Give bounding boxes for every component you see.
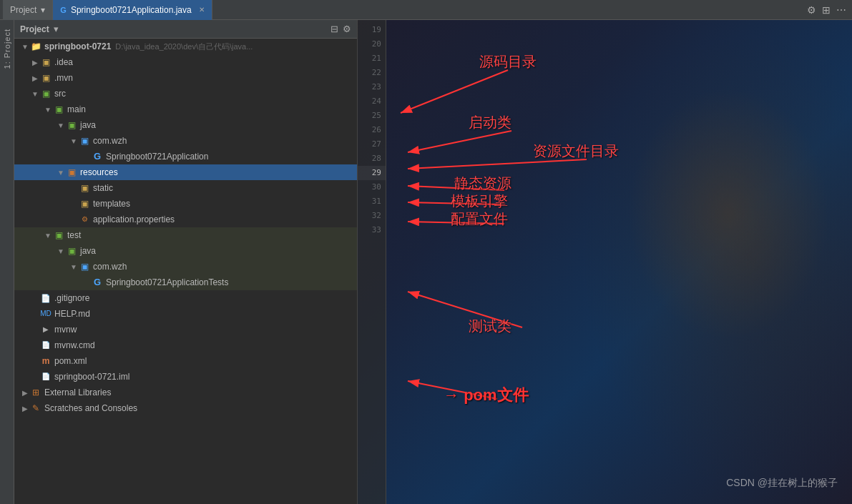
testcomwzh-folder-icon: ▣ [79, 261, 90, 272]
idea-folder-icon: ▣ [40, 56, 52, 68]
tree-root-item[interactable]: ▼ 📁 springboot-0721 D:\java_idea_2020\de… [14, 39, 357, 54]
line-33: 33 [358, 223, 386, 237]
annotation-source-dir: 源码目录 [479, 52, 537, 71]
scratches-arrow-icon: ▶ [20, 405, 30, 412]
static-label: static [93, 183, 113, 193]
svg-line-1 [401, 70, 508, 113]
tab-close-icon[interactable]: ✕ [199, 6, 205, 14]
tree-item-test[interactable]: ▼ ▣ test [14, 227, 357, 243]
resources-label: resources [80, 167, 118, 177]
tree-item-extlibs[interactable]: ▶ ⊞ External Libraries [14, 385, 357, 400]
collapse-icon[interactable]: ⊟ [330, 24, 338, 34]
project-tab[interactable]: Project ▾ [3, 0, 53, 20]
tree-item-helpmd[interactable]: MD HELP.md [14, 306, 357, 322]
tree-item-iml[interactable]: 📄 springboot-0721.iml [14, 369, 357, 385]
root-path: D:\java_idea_2020\dev\自己代码\java... [115, 41, 253, 52]
annotation-pom-file: → pom文件 [444, 385, 529, 406]
tree-item-testcomwzh[interactable]: ▼ ▣ com.wzh [14, 259, 357, 275]
more-icon[interactable]: ⋯ [836, 4, 846, 16]
settings-icon[interactable]: ⚙ [807, 4, 816, 16]
helpmd-label: HELP.md [54, 309, 90, 319]
line-31: 31 [358, 194, 386, 209]
mvn-folder-icon: ▣ [40, 72, 52, 84]
right-area: 19 20 21 22 23 24 25 26 27 28 29 30 31 3… [358, 20, 852, 504]
idea-arrow-icon: ▶ [30, 59, 40, 66]
tree-item-src[interactable]: ▼ ▣ src [14, 86, 357, 102]
mvnw-label: mvnw [54, 325, 77, 335]
tree-item-apptests[interactable]: G Springboot0721ApplicationTests [14, 275, 357, 290]
line-26: 26 [358, 123, 386, 137]
tab-bar-actions: ⚙ ⊞ ⋯ [807, 4, 852, 16]
tree-item-static[interactable]: ▣ static [14, 180, 357, 196]
tree-item-pomxml[interactable]: m pom.xml [14, 353, 357, 369]
mvnwcmd-file-icon: 📄 [40, 340, 52, 351]
file-tab[interactable]: G Springboot0721Application.java ✕ [53, 0, 212, 20]
line-numbers: 19 20 21 22 23 24 25 26 27 28 29 30 31 3… [358, 20, 386, 504]
mvn-label: .mvn [54, 73, 73, 83]
comwzh-folder-icon: ▣ [79, 135, 90, 147]
test-arrow-icon: ▼ [43, 232, 53, 239]
test-label: test [67, 230, 81, 240]
line-19: 19 [358, 23, 386, 37]
mvnw-file-icon: ▶ [40, 324, 52, 335]
annotation-template-engine: 模板引擎 [451, 192, 508, 211]
src-folder-icon: ▣ [40, 88, 52, 99]
scratches-icon: ✎ [30, 402, 41, 414]
main-folder-icon: ▣ [53, 104, 64, 115]
line-22: 22 [358, 66, 386, 80]
testcomwzh-arrow-icon: ▼ [69, 263, 79, 271]
comwzh-label: com.wzh [93, 136, 127, 146]
java-label: java [80, 120, 96, 130]
app-label: Springboot0721Application [106, 152, 208, 162]
testjava-label: java [80, 246, 96, 256]
scratches-label: Scratches and Consoles [44, 403, 137, 413]
tree-item-mvnw[interactable]: ▶ mvnw [14, 322, 357, 337]
templates-folder-icon: ▣ [79, 198, 90, 209]
tree-item-templates[interactable]: ▣ templates [14, 196, 357, 212]
tree-item-java[interactable]: ▼ ▣ java [14, 117, 357, 133]
line-29: 29 [358, 166, 386, 180]
pomxml-label: pom.xml [54, 356, 87, 366]
main-arrow-icon: ▼ [43, 106, 53, 114]
gitignore-label: .gitignore [54, 293, 89, 303]
tree-item-resources[interactable]: ▼ ▣ resources [14, 164, 357, 180]
tree-item-scratches[interactable]: ▶ ✎ Scratches and Consoles [14, 400, 357, 416]
main-label: main [67, 104, 86, 114]
root-arrow-icon: ▼ [20, 43, 30, 51]
annotation-static-res: 静态资源 [454, 174, 511, 193]
appprops-label: application.properties [93, 214, 175, 224]
testjava-arrow-icon: ▼ [56, 247, 66, 255]
panel-title: Project [20, 24, 49, 34]
tree-item-appprops[interactable]: ⚙ application.properties [14, 212, 357, 227]
project-panel: Project ▾ ⊟ ⚙ ▼ 📁 springboot-0721 D:\jav… [14, 20, 358, 504]
resources-arrow-icon: ▼ [56, 169, 66, 177]
tree-item-mvnwcmd[interactable]: 📄 mvnw.cmd [14, 337, 357, 353]
extlibs-label: External Libraries [44, 387, 111, 397]
line-23: 23 [358, 80, 386, 94]
idea-label: .idea [54, 57, 73, 67]
tree-item-application[interactable]: G Springboot0721Application [14, 149, 357, 164]
tree-item-gitignore[interactable]: 📄 .gitignore [14, 290, 357, 306]
src-label: src [54, 89, 66, 99]
comwzh-arrow-icon: ▼ [69, 137, 79, 145]
file-tab-label: Springboot0721Application.java [71, 5, 192, 15]
tree-item-idea[interactable]: ▶ ▣ .idea [14, 54, 357, 70]
svg-line-2 [408, 131, 511, 152]
app-file-icon: G [92, 151, 103, 162]
mvn-arrow-icon: ▶ [30, 74, 40, 82]
annotation-test-class: 测试类 [469, 317, 511, 336]
tab-bar: Project ▾ G Springboot0721Application.ja… [0, 0, 852, 20]
java-folder-icon: ▣ [66, 119, 77, 131]
templates-label: templates [93, 199, 130, 209]
panel-dropdown-icon[interactable]: ▾ [54, 24, 59, 34]
line-32: 32 [358, 209, 386, 223]
tree-item-mvn[interactable]: ▶ ▣ .mvn [14, 70, 357, 86]
tree-item-comwzh[interactable]: ▼ ▣ com.wzh [14, 133, 357, 149]
settings-panel-icon[interactable]: ⚙ [343, 24, 351, 34]
annotation-startup-class: 启动类 [469, 113, 511, 132]
tree-item-main[interactable]: ▼ ▣ main [14, 102, 357, 117]
tree-item-testjava[interactable]: ▼ ▣ java [14, 243, 357, 259]
iml-file-icon: 📄 [40, 371, 52, 382]
layout-icon[interactable]: ⊞ [822, 4, 831, 16]
line-27: 27 [358, 137, 386, 152]
